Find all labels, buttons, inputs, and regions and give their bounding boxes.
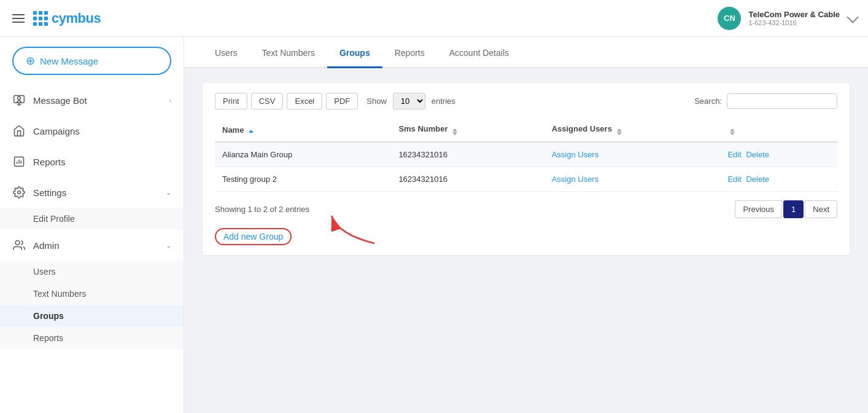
entries-select[interactable]: 10 25 50 — [393, 93, 425, 109]
sidebar-item-text-numbers[interactable]: Text Numbers — [0, 283, 184, 305]
campaigns-icon — [12, 124, 26, 138]
edit-link-1[interactable]: Edit — [727, 175, 741, 184]
org-info: TeleCom Power & Cable 1-623-432-1016 — [748, 10, 840, 26]
org-name: TeleCom Power & Cable — [748, 10, 840, 19]
pdf-button[interactable]: PDF — [326, 93, 358, 109]
admin-icon — [12, 238, 26, 252]
sidebar-item-edit-profile[interactable]: Edit Profile — [0, 208, 184, 230]
sidebar-label-settings: Settings — [33, 187, 66, 198]
sidebar-item-campaigns[interactable]: Campaigns — [0, 116, 184, 146]
sidebar-label-message-bot: Message Bot — [33, 95, 87, 106]
chevron-down-icon: ⌄ — [166, 189, 171, 197]
cell-name-1: Testing group 2 — [215, 167, 391, 192]
sidebar-label-campaigns: Campaigns — [33, 126, 80, 136]
svg-point-0 — [18, 96, 21, 100]
edit-link-0[interactable]: Edit — [727, 150, 741, 159]
excel-button[interactable]: Excel — [287, 93, 322, 109]
table-row: Alianza Main Group 16234321016 Assign Us… — [215, 142, 837, 167]
col-sms-number[interactable]: Sms Number — [391, 118, 544, 142]
svg-point-3 — [18, 191, 21, 194]
chevron-right-icon: › — [169, 96, 171, 104]
plus-icon: ⊕ — [26, 54, 35, 68]
add-new-group-link[interactable]: Add new Group — [215, 228, 292, 245]
table-card: Print CSV Excel PDF Show 10 25 50 entrie… — [203, 83, 850, 255]
sidebar-item-reports-sub[interactable]: Reports — [0, 327, 184, 349]
users-label: Users — [33, 267, 56, 277]
sort-actions-icon — [730, 128, 735, 135]
reports-sub-label: Reports — [33, 333, 63, 343]
hamburger-icon[interactable] — [12, 14, 25, 23]
new-message-button[interactable]: ⊕ New Message — [12, 47, 171, 75]
tab-groups[interactable]: Groups — [327, 37, 382, 68]
tab-reports[interactable]: Reports — [382, 37, 437, 68]
print-button[interactable]: Print — [215, 93, 247, 109]
logo-text: cymbus — [52, 10, 101, 26]
next-button[interactable]: Next — [805, 200, 837, 218]
assign-users-link-1[interactable]: Assign Users — [552, 175, 599, 184]
sidebar: ⊕ New Message Message Bot › — [0, 37, 184, 413]
edit-profile-label: Edit Profile — [33, 214, 75, 224]
sidebar-item-admin[interactable]: Admin ⌄ — [0, 230, 184, 261]
groups-table: Name Sms Number — [215, 118, 837, 192]
show-label: Show — [366, 96, 387, 106]
col-assigned-users[interactable]: Assigned Users — [544, 118, 721, 142]
sidebar-item-settings[interactable]: Settings ⌄ — [0, 177, 184, 208]
logo-dots-icon — [33, 11, 48, 26]
csv-button[interactable]: CSV — [251, 93, 284, 109]
groups-label: Groups — [33, 311, 64, 321]
app-header: cymbus CN TeleCom Power & Cable 1-623-43… — [0, 0, 868, 37]
body: ⊕ New Message Message Bot › — [0, 37, 868, 413]
search-label: Search: — [694, 96, 722, 106]
tab-users[interactable]: Users — [203, 37, 250, 68]
tabs-bar: Users Text Numbers Groups Reports Accoun… — [184, 37, 868, 68]
svg-point-4 — [15, 241, 20, 245]
text-numbers-label: Text Numbers — [33, 289, 86, 299]
previous-button[interactable]: Previous — [735, 200, 782, 218]
logo: cymbus — [33, 10, 101, 26]
settings-icon — [12, 186, 26, 199]
table-footer: Showing 1 to 2 of 2 entries Previous 1 N… — [215, 200, 837, 218]
tab-account-details[interactable]: Account Details — [437, 37, 521, 68]
admin-chevron-icon: ⌄ — [166, 242, 171, 250]
org-dropdown-icon[interactable] — [847, 10, 859, 23]
avatar: CN — [718, 7, 741, 30]
org-phone: 1-623-432-1016 — [748, 19, 840, 26]
sidebar-sub-settings: Edit Profile — [0, 208, 184, 230]
sidebar-sub-admin: Users Text Numbers Groups Reports — [0, 261, 184, 349]
content-area: Print CSV Excel PDF Show 10 25 50 entrie… — [184, 68, 868, 413]
sidebar-item-reports[interactable]: Reports — [0, 146, 184, 177]
cell-actions-1: Edit Delete — [720, 167, 837, 192]
sidebar-item-message-bot[interactable]: Message Bot › — [0, 85, 184, 116]
annotation-arrow — [325, 210, 399, 246]
entries-label: entries — [432, 96, 455, 106]
reports-icon — [12, 155, 26, 168]
cell-assign-0[interactable]: Assign Users — [544, 142, 721, 167]
main-content: Users Text Numbers Groups Reports Accoun… — [184, 37, 868, 413]
delete-link-1[interactable]: Delete — [746, 175, 769, 184]
delete-link-0[interactable]: Delete — [746, 150, 769, 159]
sidebar-label-reports: Reports — [33, 157, 66, 167]
search-input[interactable] — [727, 93, 837, 109]
cell-actions-0: Edit Delete — [720, 142, 837, 167]
cell-assign-1[interactable]: Assign Users — [544, 167, 721, 192]
pagination: Previous 1 Next — [735, 200, 837, 218]
col-name[interactable]: Name — [215, 118, 391, 142]
table-row: Testing group 2 16234321016 Assign Users… — [215, 167, 837, 192]
current-page[interactable]: 1 — [783, 200, 804, 218]
sort-name-icon — [249, 130, 254, 133]
tab-text-numbers[interactable]: Text Numbers — [250, 37, 327, 68]
col-actions — [720, 118, 837, 142]
assign-users-link-0[interactable]: Assign Users — [552, 150, 599, 159]
header-left: cymbus — [12, 10, 101, 26]
add-group-container: Add new Group — [215, 228, 837, 245]
sidebar-item-users[interactable]: Users — [0, 261, 184, 283]
search-area: Search: — [694, 93, 837, 109]
showing-text: Showing 1 to 2 of 2 entries — [215, 205, 309, 214]
sort-assigned-icon — [617, 128, 622, 135]
header-right: CN TeleCom Power & Cable 1-623-432-1016 — [718, 7, 856, 30]
sort-sms-icon — [452, 128, 457, 135]
message-bot-icon — [12, 93, 26, 107]
cell-sms-0: 16234321016 — [391, 142, 544, 167]
sidebar-item-groups[interactable]: Groups — [0, 305, 184, 327]
cell-sms-1: 16234321016 — [391, 167, 544, 192]
